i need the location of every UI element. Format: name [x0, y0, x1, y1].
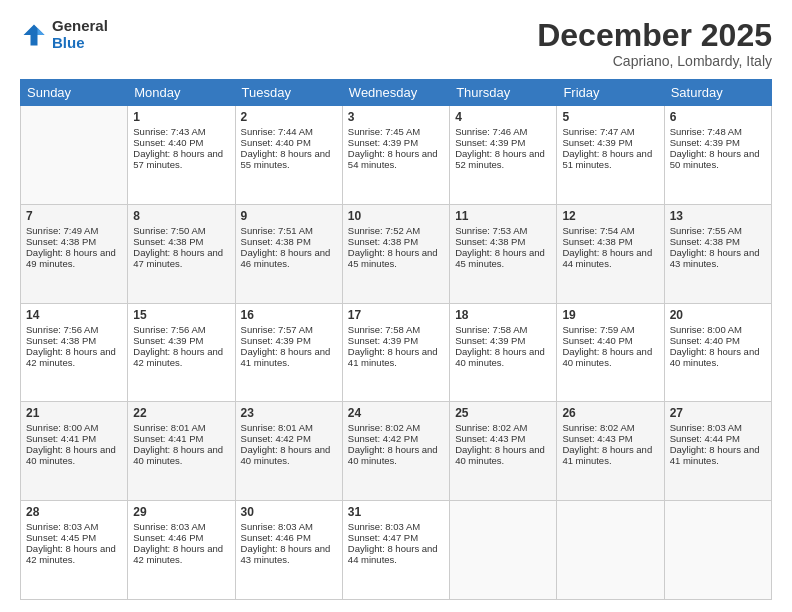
sunset-text: Sunset: 4:38 PM [348, 236, 418, 247]
sunset-text: Sunset: 4:39 PM [348, 137, 418, 148]
logo-general-text: General [52, 18, 108, 35]
header-friday: Friday [557, 80, 664, 106]
table-row: 15Sunrise: 7:56 AMSunset: 4:39 PMDayligh… [128, 303, 235, 402]
day-number: 21 [26, 406, 122, 420]
table-row: 4Sunrise: 7:46 AMSunset: 4:39 PMDaylight… [450, 106, 557, 205]
calendar-week-row: 1Sunrise: 7:43 AMSunset: 4:40 PMDaylight… [21, 106, 772, 205]
header-saturday: Saturday [664, 80, 771, 106]
table-row: 18Sunrise: 7:58 AMSunset: 4:39 PMDayligh… [450, 303, 557, 402]
sunrise-text: Sunrise: 7:54 AM [562, 225, 634, 236]
sunset-text: Sunset: 4:42 PM [241, 433, 311, 444]
header-thursday: Thursday [450, 80, 557, 106]
logo-icon [20, 21, 48, 49]
page: General Blue December 2025 Capriano, Lom… [0, 0, 792, 612]
sunset-text: Sunset: 4:39 PM [241, 335, 311, 346]
table-row: 3Sunrise: 7:45 AMSunset: 4:39 PMDaylight… [342, 106, 449, 205]
day-number: 31 [348, 505, 444, 519]
sunrise-text: Sunrise: 7:49 AM [26, 225, 98, 236]
day-number: 30 [241, 505, 337, 519]
sunrise-text: Sunrise: 7:51 AM [241, 225, 313, 236]
daylight-text: Daylight: 8 hours and 45 minutes. [348, 247, 438, 269]
sunrise-text: Sunrise: 7:55 AM [670, 225, 742, 236]
sunrise-text: Sunrise: 7:59 AM [562, 324, 634, 335]
table-row: 5Sunrise: 7:47 AMSunset: 4:39 PMDaylight… [557, 106, 664, 205]
sunrise-text: Sunrise: 7:56 AM [26, 324, 98, 335]
sunrise-text: Sunrise: 8:02 AM [455, 422, 527, 433]
day-number: 29 [133, 505, 229, 519]
sunrise-text: Sunrise: 7:53 AM [455, 225, 527, 236]
daylight-text: Daylight: 8 hours and 50 minutes. [670, 148, 760, 170]
sunset-text: Sunset: 4:38 PM [26, 236, 96, 247]
daylight-text: Daylight: 8 hours and 45 minutes. [455, 247, 545, 269]
table-row: 9Sunrise: 7:51 AMSunset: 4:38 PMDaylight… [235, 204, 342, 303]
sunset-text: Sunset: 4:46 PM [241, 532, 311, 543]
calendar-week-row: 14Sunrise: 7:56 AMSunset: 4:38 PMDayligh… [21, 303, 772, 402]
sunset-text: Sunset: 4:38 PM [241, 236, 311, 247]
calendar-header-row: Sunday Monday Tuesday Wednesday Thursday… [21, 80, 772, 106]
logo: General Blue [20, 18, 108, 51]
day-number: 20 [670, 308, 766, 322]
table-row: 21Sunrise: 8:00 AMSunset: 4:41 PMDayligh… [21, 402, 128, 501]
daylight-text: Daylight: 8 hours and 43 minutes. [241, 543, 331, 565]
sunrise-text: Sunrise: 8:03 AM [26, 521, 98, 532]
sunrise-text: Sunrise: 7:47 AM [562, 126, 634, 137]
sunset-text: Sunset: 4:38 PM [26, 335, 96, 346]
daylight-text: Daylight: 8 hours and 42 minutes. [133, 346, 223, 368]
sunrise-text: Sunrise: 7:58 AM [348, 324, 420, 335]
sunset-text: Sunset: 4:46 PM [133, 532, 203, 543]
sunrise-text: Sunrise: 8:03 AM [241, 521, 313, 532]
sunrise-text: Sunrise: 7:48 AM [670, 126, 742, 137]
table-row: 31Sunrise: 8:03 AMSunset: 4:47 PMDayligh… [342, 501, 449, 600]
title-block: December 2025 Capriano, Lombardy, Italy [537, 18, 772, 69]
daylight-text: Daylight: 8 hours and 40 minutes. [241, 444, 331, 466]
day-number: 16 [241, 308, 337, 322]
table-row: 17Sunrise: 7:58 AMSunset: 4:39 PMDayligh… [342, 303, 449, 402]
day-number: 19 [562, 308, 658, 322]
daylight-text: Daylight: 8 hours and 42 minutes. [26, 346, 116, 368]
table-row [664, 501, 771, 600]
sunrise-text: Sunrise: 8:03 AM [133, 521, 205, 532]
sunrise-text: Sunrise: 8:01 AM [241, 422, 313, 433]
day-number: 13 [670, 209, 766, 223]
daylight-text: Daylight: 8 hours and 49 minutes. [26, 247, 116, 269]
sunrise-text: Sunrise: 7:46 AM [455, 126, 527, 137]
daylight-text: Daylight: 8 hours and 52 minutes. [455, 148, 545, 170]
table-row: 13Sunrise: 7:55 AMSunset: 4:38 PMDayligh… [664, 204, 771, 303]
daylight-text: Daylight: 8 hours and 47 minutes. [133, 247, 223, 269]
day-number: 26 [562, 406, 658, 420]
sunrise-text: Sunrise: 7:50 AM [133, 225, 205, 236]
sunset-text: Sunset: 4:41 PM [133, 433, 203, 444]
daylight-text: Daylight: 8 hours and 42 minutes. [133, 543, 223, 565]
calendar-week-row: 21Sunrise: 8:00 AMSunset: 4:41 PMDayligh… [21, 402, 772, 501]
calendar-week-row: 28Sunrise: 8:03 AMSunset: 4:45 PMDayligh… [21, 501, 772, 600]
day-number: 3 [348, 110, 444, 124]
sunset-text: Sunset: 4:40 PM [241, 137, 311, 148]
daylight-text: Daylight: 8 hours and 44 minutes. [562, 247, 652, 269]
sunrise-text: Sunrise: 8:03 AM [670, 422, 742, 433]
daylight-text: Daylight: 8 hours and 44 minutes. [348, 543, 438, 565]
day-number: 14 [26, 308, 122, 322]
table-row: 8Sunrise: 7:50 AMSunset: 4:38 PMDaylight… [128, 204, 235, 303]
table-row: 20Sunrise: 8:00 AMSunset: 4:40 PMDayligh… [664, 303, 771, 402]
daylight-text: Daylight: 8 hours and 40 minutes. [455, 444, 545, 466]
table-row: 25Sunrise: 8:02 AMSunset: 4:43 PMDayligh… [450, 402, 557, 501]
sunset-text: Sunset: 4:39 PM [455, 335, 525, 346]
daylight-text: Daylight: 8 hours and 42 minutes. [26, 543, 116, 565]
day-number: 8 [133, 209, 229, 223]
table-row: 2Sunrise: 7:44 AMSunset: 4:40 PMDaylight… [235, 106, 342, 205]
table-row: 1Sunrise: 7:43 AMSunset: 4:40 PMDaylight… [128, 106, 235, 205]
day-number: 5 [562, 110, 658, 124]
header-sunday: Sunday [21, 80, 128, 106]
table-row: 12Sunrise: 7:54 AMSunset: 4:38 PMDayligh… [557, 204, 664, 303]
sunrise-text: Sunrise: 7:52 AM [348, 225, 420, 236]
sunrise-text: Sunrise: 7:45 AM [348, 126, 420, 137]
table-row: 30Sunrise: 8:03 AMSunset: 4:46 PMDayligh… [235, 501, 342, 600]
sunrise-text: Sunrise: 7:44 AM [241, 126, 313, 137]
day-number: 17 [348, 308, 444, 322]
daylight-text: Daylight: 8 hours and 40 minutes. [455, 346, 545, 368]
calendar-week-row: 7Sunrise: 7:49 AMSunset: 4:38 PMDaylight… [21, 204, 772, 303]
daylight-text: Daylight: 8 hours and 40 minutes. [348, 444, 438, 466]
sunset-text: Sunset: 4:38 PM [670, 236, 740, 247]
table-row: 28Sunrise: 8:03 AMSunset: 4:45 PMDayligh… [21, 501, 128, 600]
table-row: 14Sunrise: 7:56 AMSunset: 4:38 PMDayligh… [21, 303, 128, 402]
